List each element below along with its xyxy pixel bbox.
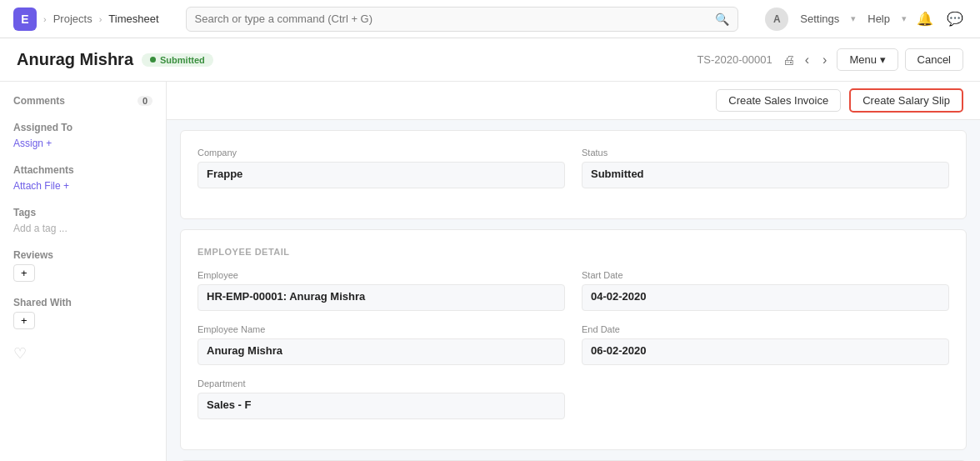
end-date-field: End Date 06-02-2020 [582,324,949,365]
department-row: Department Sales - F [198,378,949,419]
search-input[interactable] [195,13,712,25]
breadcrumb-chevron-2: › [99,14,102,24]
sidebar-attachments: Attachments Attach File + [13,164,152,192]
status-dot [150,57,156,63]
employee-field: Employee HR-EMP-00001: Anurag Mishra [198,270,565,311]
department-spacer [582,378,949,419]
department-value[interactable]: Sales - F [198,393,565,419]
reviews-label: Reviews [13,249,152,261]
comments-count: 0 [138,96,152,106]
department-field: Department Sales - F [198,378,565,419]
add-tag-button[interactable]: Add a tag ... [13,223,68,234]
main-layout: Comments 0 Assigned To Assign + Attachme… [0,82,980,461]
settings-button[interactable]: Settings [795,9,844,28]
doc-title: Anurag Mishra [17,50,133,69]
employee-name-label: Employee Name [198,324,565,334]
search-bar[interactable]: 🔍 [186,7,739,32]
next-doc-button[interactable]: › [819,51,830,69]
help-button[interactable]: Help [862,9,895,28]
search-icon: 🔍 [715,13,729,26]
breadcrumb-timesheet: Timesheet [108,13,158,25]
start-date-label: Start Date [582,270,949,280]
shared-with-label: Shared With [13,297,152,308]
start-date-field: Start Date 04-02-2020 [582,270,949,311]
doc-id: TS-2020-00001 [697,53,772,66]
attachments-label: Attachments [13,164,152,176]
status-badge: Submitted [142,53,213,67]
add-review-button[interactable]: + [13,264,35,282]
employee-value[interactable]: HR-EMP-00001: Anurag Mishra [198,284,565,311]
doc-header: Anurag Mishra Submitted TS-2020-00001 🖨 … [0,38,980,82]
employee-name-field: Employee Name Anurag Mishra [198,324,565,365]
status-field: Status Submitted [582,148,949,188]
assigned-to-label: Assigned To [13,122,152,133]
title-area: Anurag Mishra Submitted [17,50,213,69]
status-value[interactable]: Submitted [582,162,949,188]
department-label: Department [198,378,565,388]
sidebar-reviews: Reviews + [13,249,152,282]
tags-label: Tags [13,207,152,218]
app-logo: E [13,8,37,31]
employee-start-row: Employee HR-EMP-00001: Anurag Mishra Sta… [198,270,949,311]
company-status-row: Company Frappe Status Submitted [198,148,949,188]
sidebar-assigned-to: Assigned To Assign + [13,122,152,149]
attach-file-button[interactable]: Attach File + [13,180,69,192]
sidebar-comments: Comments 0 [13,95,152,107]
company-status-section: Company Frappe Status Submitted [180,130,967,219]
menu-button[interactable]: Menu ▾ [837,48,898,71]
comments-label: Comments 0 [13,95,152,107]
create-salary-slip-button[interactable]: Create Salary Slip [849,88,963,113]
company-value[interactable]: Frappe [198,162,565,188]
create-sales-invoice-button[interactable]: Create Sales Invoice [716,89,841,112]
employee-detail-heading: EMPLOYEE DETAIL [198,247,949,257]
breadcrumb-projects[interactable]: Projects [53,13,92,25]
sidebar-shared-with: Shared With + [13,297,152,329]
sidebar: Comments 0 Assigned To Assign + Attachme… [0,82,167,461]
company-label: Company [198,148,565,158]
company-field: Company Frappe [198,148,565,188]
prev-doc-button[interactable]: ‹ [802,51,812,69]
breadcrumb-chevron-1: › [43,14,47,24]
employee-detail-section: EMPLOYEE DETAIL Employee HR-EMP-00001: A… [180,229,967,450]
chat-icon[interactable]: 💬 [943,8,967,30]
avatar: A [765,8,788,31]
employee-label: Employee [198,270,565,280]
sidebar-tags: Tags Add a tag ... [13,207,152,234]
end-date-label: End Date [582,324,949,334]
action-bar: Create Sales Invoice Create Salary Slip [167,82,980,120]
doc-actions: TS-2020-00001 🖨 ‹ › Menu ▾ Cancel [697,48,963,71]
end-date-value[interactable]: 06-02-2020 [582,338,949,365]
heart-icon[interactable]: ♡ [13,345,27,362]
sidebar-heart: ♡ [13,344,152,363]
employee-name-value[interactable]: Anurag Mishra [198,338,565,365]
notifications-icon[interactable]: 🔔 [913,8,937,30]
add-shared-with-button[interactable]: + [13,312,35,329]
cancel-button[interactable]: Cancel [905,48,963,71]
status-label: Status [582,148,949,158]
content-area: Create Sales Invoice Create Salary Slip … [167,82,980,461]
print-icon[interactable]: 🖨 [782,53,795,67]
employee-name-end-row: Employee Name Anurag Mishra End Date 06-… [198,324,949,365]
assign-button[interactable]: Assign + [13,138,52,149]
start-date-value[interactable]: 04-02-2020 [582,284,949,311]
navbar: E › Projects › Timesheet 🔍 A Settings ▾ … [0,0,980,38]
